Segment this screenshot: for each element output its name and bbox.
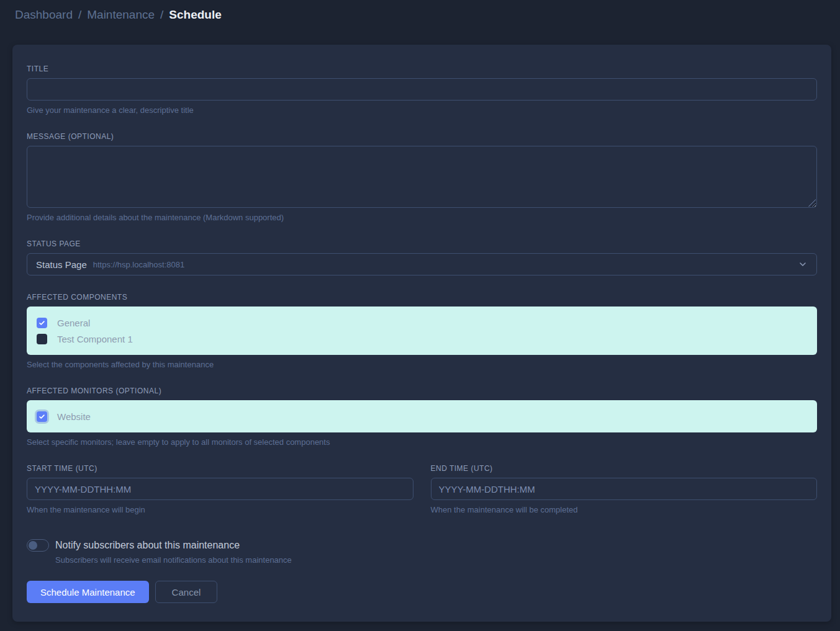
chevron-down-icon xyxy=(798,259,808,269)
breadcrumb-dashboard[interactable]: Dashboard xyxy=(15,8,73,22)
status-page-field-group: STATUS PAGE Status Page https://hsp.loca… xyxy=(27,239,817,275)
schedule-maintenance-form-card: TITLE Give your maintenance a clear, des… xyxy=(12,45,831,622)
breadcrumb-separator: / xyxy=(160,8,163,22)
title-label: TITLE xyxy=(27,65,817,73)
affected-components-field-group: AFFECTED COMPONENTS General Test Compone… xyxy=(27,293,817,369)
component-option-label: Test Component 1 xyxy=(57,334,133,344)
message-label: MESSAGE (OPTIONAL) xyxy=(27,132,817,141)
affected-monitors-field-group: AFFECTED MONITORS (OPTIONAL) Website Sel… xyxy=(27,387,817,447)
message-helper-text: Provide additional details about the mai… xyxy=(27,213,817,222)
notify-subscribers-label: Notify subscribers about this maintenanc… xyxy=(55,540,240,551)
component-option-label: General xyxy=(57,318,90,328)
breadcrumb-maintenance[interactable]: Maintenance xyxy=(87,8,155,22)
title-input[interactable] xyxy=(27,78,817,101)
start-time-helper-text: When the maintenance will begin xyxy=(27,505,413,514)
monitor-option-website[interactable]: Website xyxy=(37,408,807,424)
status-page-selected-name: Status Page xyxy=(36,259,87,270)
end-time-helper-text: When the maintenance will be completed xyxy=(431,505,818,514)
monitor-option-label: Website xyxy=(57,411,91,422)
notify-subscribers-group: Notify subscribers about this maintenanc… xyxy=(27,539,817,565)
end-time-label: END TIME (UTC) xyxy=(431,464,818,473)
breadcrumb-separator: / xyxy=(78,8,81,22)
cancel-button[interactable]: Cancel xyxy=(155,581,218,603)
checkbox-unchecked-icon[interactable] xyxy=(37,334,47,344)
times-grid: START TIME (UTC) When the maintenance wi… xyxy=(27,464,817,514)
title-field-group: TITLE Give your maintenance a clear, des… xyxy=(27,65,817,115)
title-helper-text: Give your maintenance a clear, descripti… xyxy=(27,105,817,115)
end-time-field-group: END TIME (UTC) When the maintenance will… xyxy=(431,464,818,514)
affected-monitors-helper-text: Select specific monitors; leave empty to… xyxy=(27,437,817,447)
breadcrumb-current-schedule: Schedule xyxy=(169,8,221,22)
start-time-input[interactable] xyxy=(27,478,413,500)
start-time-label: START TIME (UTC) xyxy=(27,464,413,473)
affected-components-helper-text: Select the components affected by this m… xyxy=(27,360,817,369)
affected-monitors-box: Website xyxy=(27,400,817,432)
notify-subscribers-helper-text: Subscribers will receive email notificat… xyxy=(55,555,817,565)
message-textarea[interactable] xyxy=(27,146,817,208)
schedule-maintenance-button[interactable]: Schedule Maintenance xyxy=(27,581,149,603)
affected-components-box: General Test Component 1 xyxy=(27,307,817,355)
status-page-select[interactable]: Status Page https://hsp.localhost:8081 xyxy=(27,253,817,275)
notify-subscribers-toggle[interactable] xyxy=(27,539,49,552)
top-header: Dashboard / Maintenance / Schedule xyxy=(0,0,840,30)
message-field-group: MESSAGE (OPTIONAL) Provide additional de… xyxy=(27,132,817,222)
checkbox-checked-icon[interactable] xyxy=(37,411,47,422)
checkbox-checked-icon[interactable] xyxy=(37,318,47,328)
component-option-general[interactable]: General xyxy=(37,315,807,331)
affected-components-label: AFFECTED COMPONENTS xyxy=(27,293,817,302)
start-time-field-group: START TIME (UTC) When the maintenance wi… xyxy=(27,464,413,514)
status-page-selected-url: https://hsp.localhost:8081 xyxy=(93,260,184,269)
end-time-input[interactable] xyxy=(431,478,818,500)
status-page-label: STATUS PAGE xyxy=(27,239,817,248)
toggle-knob xyxy=(29,541,37,550)
affected-monitors-label: AFFECTED MONITORS (OPTIONAL) xyxy=(27,387,817,395)
breadcrumb: Dashboard / Maintenance / Schedule xyxy=(15,8,222,22)
form-actions: Schedule Maintenance Cancel xyxy=(27,581,817,603)
component-option-test-component-1[interactable]: Test Component 1 xyxy=(37,331,807,347)
